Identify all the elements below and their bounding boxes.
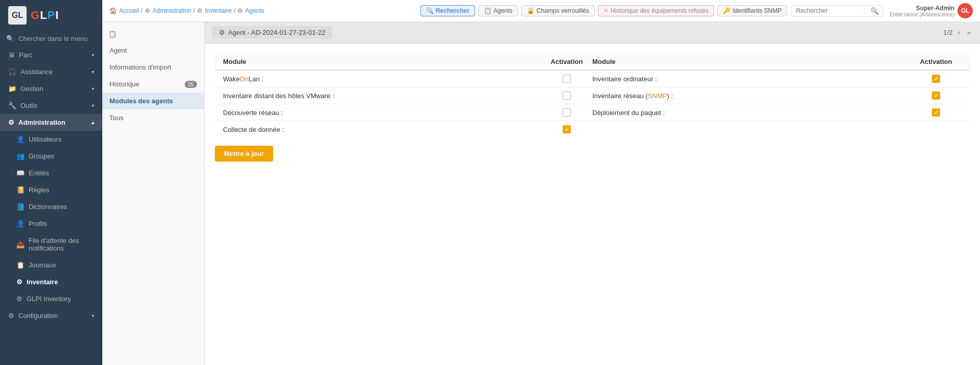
- checkbox-inventaire-reseau[interactable]: [932, 92, 940, 100]
- sidebar-item-configuration[interactable]: ⚙ Configuration ▾: [0, 307, 102, 324]
- inventaire-icon-bc: ⚙: [197, 7, 203, 14]
- inventaire-icon: ⚙: [16, 278, 23, 286]
- checkbox-wakeonlan[interactable]: [563, 75, 571, 83]
- agents-icon-btn: 📋: [484, 7, 492, 14]
- modules-grid-header: Module Activation Module Activation: [215, 54, 970, 71]
- outils-icon: 🔧: [8, 102, 16, 109]
- nav-item-informations-import[interactable]: Informations d'import: [102, 59, 204, 76]
- sidebar-item-file-attente[interactable]: 📤 File d'attente des notifications: [0, 232, 102, 257]
- module-2-left-name: Inventaire distant des hôtes VMware :: [223, 92, 541, 100]
- sidebar-label-administration: Administration: [18, 119, 65, 126]
- agent-title-text: Agent - AD-2024-01-27-23-01-22: [228, 29, 325, 36]
- module-row-3: Découverte réseau : Déploiement du paque…: [215, 104, 970, 121]
- checkbox-vmware[interactable]: [563, 92, 571, 100]
- btn-snmp-label: Identifiants SNMP: [732, 7, 782, 14]
- breadcrumb-inventaire[interactable]: Inventaire: [205, 7, 232, 14]
- module-row-2: Inventaire distant des hôtes VMware : In…: [215, 87, 970, 104]
- breadcrumb-administration[interactable]: Administration: [152, 7, 191, 14]
- nav-agent-label: Agent: [109, 47, 127, 54]
- nav-info-label: Informations d'import: [109, 63, 171, 71]
- breadcrumb: 🏠 Accueil / ⚙ Administration / ⚙ Inventa…: [109, 7, 416, 14]
- module-3-right-name: Déploiement du paquet :: [592, 109, 910, 117]
- btn-identifiants-snmp[interactable]: 🔑 Identifiants SNMP: [717, 5, 787, 16]
- user-badge: Super-Admin Entité racine (Arborescence)…: [889, 3, 973, 18]
- sidebar-nav: 🖥 Parc ▾ 🎧 Assistance ▾ 📁 Gestion ▾ 🔧 Ou…: [0, 47, 102, 324]
- sidebar-item-dictionnaires[interactable]: 📘 Dictionnaires: [0, 198, 102, 215]
- sidebar-item-assistance[interactable]: 🎧 Assistance ▾: [0, 63, 102, 80]
- btn-champs-verrouilles[interactable]: 🔒 Champs verrouillés: [521, 5, 595, 16]
- agent-title: ⚙ Agent - AD-2024-01-27-23-01-22: [212, 26, 332, 39]
- groupes-icon: 👥: [16, 152, 25, 160]
- dictionnaires-icon: 📘: [16, 203, 25, 211]
- nav-historique-label: Historique: [109, 80, 140, 88]
- module-2-right-checkbox[interactable]: [910, 92, 962, 100]
- module-4-left-checkbox[interactable]: [541, 125, 592, 133]
- sidebar-label-profils: Profils: [29, 220, 47, 227]
- modules-table: Module Activation Module Activation Wake…: [205, 43, 980, 172]
- assistance-icon: 🎧: [8, 68, 16, 76]
- panel-header: 📋: [102, 26, 204, 42]
- search-box[interactable]: 🔍: [791, 5, 883, 17]
- sidebar-item-gestion[interactable]: 📁 Gestion ▾: [0, 80, 102, 97]
- sidebar-item-groupes[interactable]: 👥 Groupes: [0, 148, 102, 165]
- breadcrumb-agents[interactable]: Agents: [245, 7, 264, 14]
- btn-historique-refuses[interactable]: ✕ Historique des équipements refusés: [598, 5, 714, 16]
- nav-item-historique[interactable]: Historique 35: [102, 76, 204, 93]
- sidebar-item-regles[interactable]: 📔 Règles: [0, 181, 102, 198]
- nav-item-agent[interactable]: Agent: [102, 42, 204, 59]
- module-3-right-checkbox[interactable]: [910, 108, 962, 117]
- topbar: 🏠 Accueil / ⚙ Administration / ⚙ Inventa…: [102, 0, 980, 22]
- key-icon: 🔑: [723, 7, 730, 14]
- parc-icon: 🖥: [8, 51, 15, 59]
- checkbox-decouverte[interactable]: [563, 108, 571, 117]
- checkbox-inventaire-ordinateur[interactable]: [932, 75, 940, 83]
- avatar[interactable]: GL: [957, 3, 973, 18]
- module-1-right-checkbox[interactable]: [910, 75, 962, 83]
- btn-agents[interactable]: 📋 Agents: [478, 5, 518, 16]
- sidebar-item-glpi-inventory[interactable]: ⚙ GLPI Inventory: [0, 290, 102, 307]
- sidebar-item-profils[interactable]: 👤 Profils: [0, 215, 102, 232]
- breadcrumb-accueil[interactable]: Accueil: [119, 7, 139, 14]
- sidebar-item-administration[interactable]: ⚙ Administration ▴: [0, 114, 102, 131]
- col1-header: Module: [223, 58, 541, 65]
- assistance-arrow-icon: ▾: [92, 69, 94, 75]
- checkbox-collecte[interactable]: [563, 125, 571, 133]
- administration-icon-bc: ⚙: [145, 7, 150, 14]
- sidebar-item-utilisateurs[interactable]: 👤 Utilisateurs: [0, 131, 102, 148]
- gestion-icon: 📁: [8, 85, 16, 93]
- logo-box: GL: [8, 6, 27, 25]
- logo-text: GLPI: [31, 9, 59, 22]
- sidebar-item-journaux[interactable]: 📋 Journaux: [0, 257, 102, 273]
- nav-item-modules-agents[interactable]: Modules des agents: [102, 93, 204, 109]
- nav-item-tous[interactable]: Tous: [102, 109, 204, 126]
- gestion-arrow-icon: ▾: [92, 86, 94, 92]
- checkbox-deploiement[interactable]: [932, 108, 940, 117]
- btn-champs-label: Champs verrouillés: [537, 7, 589, 14]
- parc-arrow-icon: ▾: [92, 52, 94, 58]
- sidebar-item-outils[interactable]: 🔧 Outils ▾: [0, 97, 102, 114]
- left-panel: 📋 Agent Informations d'import Historique…: [102, 22, 205, 365]
- sidebar-label-glpi-inventory: GLPI Inventory: [27, 295, 71, 303]
- module-2-left-checkbox[interactable]: [541, 92, 592, 100]
- module-1-left-checkbox[interactable]: [541, 75, 592, 83]
- sidebar-label-outils: Outils: [20, 102, 37, 109]
- module-1-right-name: Inventaire ordinateur :: [592, 75, 910, 83]
- sidebar-item-parc[interactable]: 🖥 Parc ▾: [0, 47, 102, 63]
- logo-area: GL GLPI: [0, 0, 102, 31]
- module-4-left-name: Collecte de donnée :: [223, 126, 541, 133]
- search-input[interactable]: [796, 7, 867, 14]
- configuration-arrow-icon: ▾: [92, 313, 94, 318]
- next-page-btn[interactable]: ›: [955, 28, 962, 37]
- btn-rechercher[interactable]: 🔍 Rechercher: [420, 5, 475, 16]
- sidebar-item-inventaire[interactable]: ⚙ Inventaire: [0, 273, 102, 290]
- search-menu[interactable]: 🔍 Chercher dans le menu: [0, 31, 102, 47]
- sidebar-item-entites[interactable]: 📖 Entités: [0, 165, 102, 181]
- last-page-btn[interactable]: »: [965, 28, 973, 37]
- module-3-left-checkbox[interactable]: [541, 108, 592, 117]
- sidebar-label-utilisateurs: Utilisateurs: [29, 135, 61, 143]
- administration-icon: ⚙: [8, 119, 14, 126]
- update-button[interactable]: Mettre à jour: [215, 146, 273, 162]
- user-name: Super-Admin: [889, 5, 954, 12]
- utilisateurs-icon: 👤: [16, 135, 25, 143]
- module-row-4: Collecte de donnée :: [215, 121, 970, 138]
